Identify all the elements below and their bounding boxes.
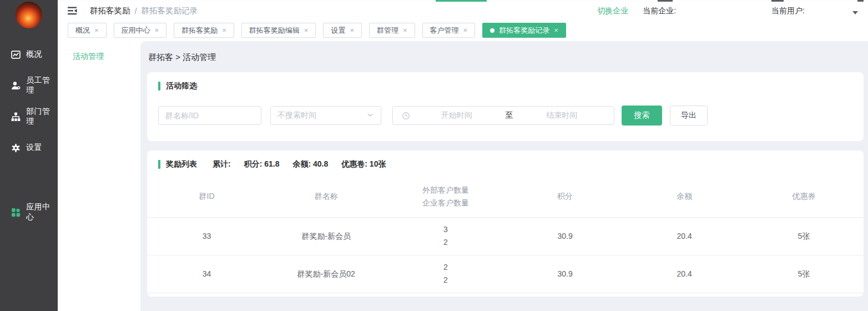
tab-label: 客户管理 (430, 26, 459, 36)
tab-settings[interactable]: 设置× (323, 23, 362, 38)
time-mode-value: 不搜索时间 (277, 111, 316, 121)
close-icon[interactable]: × (350, 27, 354, 34)
rewards-header-row: 奖励列表 累计: 积分: 61.8 余额: 40.8 优惠卷: 10张 (147, 159, 864, 169)
summary-coupons: 优惠卷: 10张 (341, 159, 386, 169)
rewards-summary: 累计: 积分: 61.8 余额: 40.8 优惠卷: 10张 (213, 159, 386, 169)
cell-balance: 20.4 (625, 217, 744, 255)
sliver-fragment (771, 0, 784, 2)
rewards-title: 奖励列表 (166, 159, 197, 169)
cell-balance: 20.4 (625, 255, 744, 293)
cell-coupons: 5张 (744, 255, 864, 293)
cell-customer-counts: 3 2 (386, 217, 505, 255)
col-header-group-id: 群ID (147, 176, 266, 217)
tab-customer-management[interactable]: 客户管理× (422, 23, 476, 38)
col-header-balance: 余额 (625, 176, 744, 217)
cell-group-id: 34 (147, 255, 266, 293)
sliver-fragment (658, 0, 673, 2)
end-time-placeholder[interactable]: 结束时间 (516, 111, 609, 121)
close-icon[interactable]: × (94, 27, 99, 34)
topbar-right: 切换企业 当前企业: 当前用户: (597, 6, 858, 16)
sliver-fragment (436, 0, 487, 2)
breadcrumb-section[interactable]: 群拓客奖励 (90, 6, 130, 16)
tab-group-management[interactable]: 群管理× (369, 23, 415, 38)
cell-coupons: 5张 (744, 217, 864, 255)
table-row: 34 群奖励-新会员02 2 2 30.9 20.4 5张 (147, 255, 864, 293)
close-icon[interactable]: × (155, 27, 159, 34)
active-tab-dot (490, 28, 494, 33)
col-header-customer-counts: 外部客户数量 企业客户数量 (386, 176, 505, 217)
sidebar-item-departments[interactable]: 部门管理 (0, 101, 58, 132)
main-column: 群拓客奖励 / 群拓客奖励记录 切换企业 当前企业: 当前用户: 概况× 应用中… (58, 0, 868, 311)
tab-overview[interactable]: 概况× (68, 23, 107, 38)
tab-app-center[interactable]: 应用中心× (114, 23, 167, 38)
close-icon[interactable]: × (403, 27, 407, 34)
close-icon[interactable]: × (222, 27, 226, 34)
sidebar-item-employees[interactable]: 员工管理 (0, 70, 58, 101)
chevron-down-icon (366, 111, 374, 121)
rewards-table: 群ID 群名称 外部客户数量 企业客户数量 积分 余额 优惠券 (147, 176, 864, 293)
rewards-title-wrap: 奖励列表 (158, 159, 197, 169)
subnav-item-activity-management[interactable]: 活动管理 (73, 52, 140, 62)
employee-icon (11, 81, 21, 91)
group-name-input[interactable] (158, 106, 261, 125)
cell-group-name: 群奖励-新会员02 (266, 255, 386, 293)
close-icon[interactable]: × (304, 27, 309, 34)
sidebar-item-label: 设置 (26, 143, 42, 153)
search-button[interactable]: 搜索 (622, 106, 662, 126)
close-icon[interactable]: × (463, 27, 468, 34)
breadcrumb-separator: / (135, 7, 137, 16)
close-icon[interactable]: × (554, 27, 558, 34)
switch-company-link[interactable]: 切换企业 (597, 6, 628, 16)
filter-title-row: 活动筛选 (158, 81, 852, 91)
col-header-group-name: 群名称 (266, 176, 386, 217)
tab-strip: 概况× 应用中心× 群拓客奖励× 群拓客奖励编辑× 设置× 群管理× 客户管理×… (58, 20, 868, 41)
sliver-fragment (857, 0, 864, 2)
filter-title: 活动筛选 (166, 81, 197, 91)
start-time-placeholder[interactable]: 开始时间 (410, 111, 503, 121)
collapse-menu-icon[interactable] (68, 7, 78, 15)
org-chart-icon (11, 112, 21, 122)
tab-label: 群拓客奖励 (181, 26, 218, 36)
tab-label: 应用中心 (122, 26, 150, 36)
sidebar-item-settings[interactable]: 设置 (0, 132, 58, 163)
app-grid-icon (11, 208, 21, 217)
tab-label: 设置 (331, 26, 345, 36)
accent-bar (158, 82, 160, 91)
table-header-row: 群ID 群名称 外部客户数量 企业客户数量 积分 余额 优惠券 (147, 176, 864, 217)
breadcrumb: 群拓客奖励 / 群拓客奖励记录 (90, 6, 198, 16)
tab-label: 概况 (75, 26, 90, 36)
cell-points: 30.9 (505, 217, 624, 255)
cell-group-id: 33 (147, 217, 266, 255)
line-chart-icon (11, 50, 21, 59)
sidebar-item-app-center[interactable]: 应用中心 (0, 197, 58, 228)
avatar[interactable] (16, 2, 42, 28)
date-range-picker[interactable]: 开始时间 至 结束时间 (392, 106, 614, 125)
tab-group-rewards-edit[interactable]: 群拓客奖励编辑× (241, 23, 316, 38)
clock-icon (402, 112, 410, 120)
top-edge-sliver (58, 0, 868, 2)
content-area: 群拓客 > 活动管理 活动筛选 不搜索时间 (140, 41, 868, 311)
tab-group-rewards[interactable]: 群拓客奖励× (174, 23, 234, 38)
sidebar-item-label: 部门管理 (26, 107, 58, 127)
table-row: 33 群奖励-新会员 3 2 30.9 20.4 5张 (147, 217, 864, 255)
time-mode-select[interactable]: 不搜索时间 (270, 106, 381, 125)
tab-label: 群拓客奖励编辑 (249, 26, 300, 36)
export-button[interactable]: 导出 (670, 106, 708, 126)
tab-label: 群管理 (377, 26, 398, 36)
secondary-sidebar: 活动管理 (58, 41, 140, 311)
filter-card: 活动筛选 不搜索时间 开始时间 至 (147, 72, 864, 141)
summary-points: 积分: 61.8 (244, 159, 280, 169)
rewards-card: 奖励列表 累计: 积分: 61.8 余额: 40.8 优惠卷: 10张 群ID … (147, 151, 864, 297)
breadcrumb-page: 群拓客奖励记录 (142, 6, 198, 16)
avatar-wrap (0, 0, 58, 39)
page-breadcrumb: 群拓客 > 活动管理 (147, 41, 864, 72)
workspace: 活动管理 群拓客 > 活动管理 活动筛选 不搜索时间 (58, 41, 868, 311)
sidebar-item-overview[interactable]: 概况 (0, 39, 58, 70)
app-sidebar: 概况 员工管理 部门管理 设置 应用中心 (0, 0, 58, 311)
cell-group-name: 群奖励-新会员 (266, 217, 386, 255)
current-company-label: 当前企业: (643, 6, 676, 16)
tab-group-rewards-record-active[interactable]: 群拓客奖励记录× (482, 23, 566, 38)
gear-icon (11, 143, 21, 153)
col-header-coupons: 优惠券 (744, 176, 864, 217)
user-dropdown-caret-icon[interactable] (852, 11, 858, 14)
